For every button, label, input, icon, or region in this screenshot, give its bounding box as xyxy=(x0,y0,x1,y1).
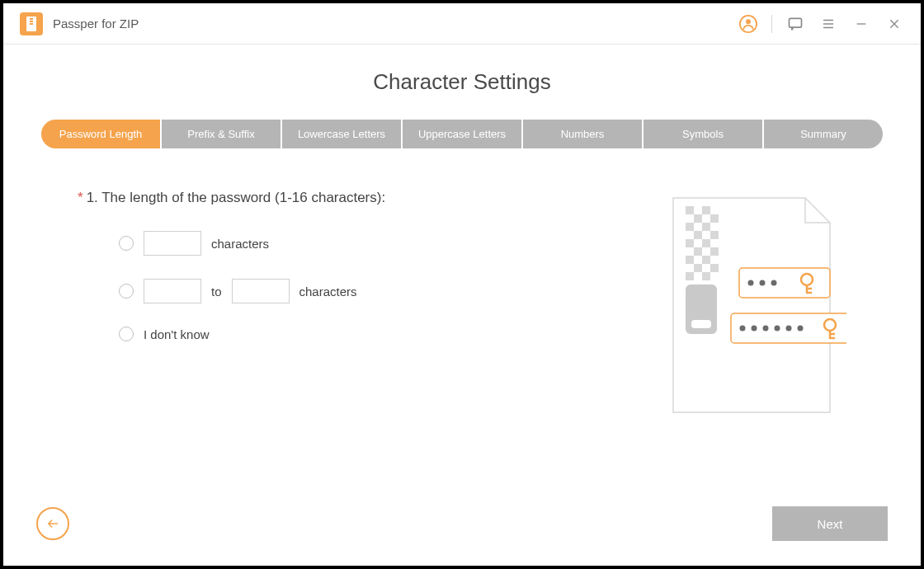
svg-rect-26 xyxy=(702,256,710,264)
svg-rect-24 xyxy=(710,247,719,256)
close-icon[interactable] xyxy=(884,14,904,34)
zip-icon xyxy=(25,16,38,31)
menu-icon[interactable] xyxy=(818,14,838,34)
minimize-icon[interactable] xyxy=(851,14,871,34)
label-range-to: to xyxy=(211,284,222,299)
svg-rect-21 xyxy=(686,239,694,247)
titlebar-controls xyxy=(738,14,904,34)
label-unknown: I don't know xyxy=(144,327,210,341)
radio-unknown[interactable] xyxy=(119,327,134,341)
option-unknown: I don't know xyxy=(119,327,648,341)
svg-rect-19 xyxy=(694,231,702,239)
svg-rect-3 xyxy=(30,23,33,25)
back-button[interactable] xyxy=(36,507,69,540)
svg-rect-23 xyxy=(694,247,702,256)
svg-point-43 xyxy=(752,326,757,332)
tab-symbols[interactable]: Symbols xyxy=(644,120,762,148)
form-column: *1. The length of the password (1-16 cha… xyxy=(78,190,648,424)
titlebar: Passper for ZIP xyxy=(3,3,921,45)
svg-rect-25 xyxy=(686,256,694,264)
svg-rect-16 xyxy=(710,214,719,223)
option-exact: characters xyxy=(119,231,648,256)
svg-rect-1 xyxy=(30,18,33,20)
svg-rect-17 xyxy=(686,223,694,231)
svg-rect-32 xyxy=(691,320,711,328)
arrow-left-icon xyxy=(45,516,60,531)
svg-point-46 xyxy=(786,326,792,332)
illustration xyxy=(665,190,846,424)
tab-summary[interactable]: Summary xyxy=(764,120,883,148)
question-label: 1. The length of the password (1-16 char… xyxy=(87,190,386,205)
svg-point-35 xyxy=(760,280,766,286)
svg-rect-27 xyxy=(694,264,702,272)
next-button[interactable]: Next xyxy=(772,506,888,541)
input-exact-length[interactable] xyxy=(144,231,201,256)
svg-rect-15 xyxy=(694,214,702,223)
user-icon[interactable] xyxy=(738,14,758,34)
app-window: Passper for ZIP Character Settings Passw… xyxy=(3,3,921,566)
separator xyxy=(771,15,772,33)
app-logo xyxy=(20,12,43,35)
content-area: Character Settings Password Length Prefi… xyxy=(3,45,921,566)
svg-rect-6 xyxy=(790,18,802,27)
svg-point-5 xyxy=(746,19,751,24)
svg-rect-20 xyxy=(710,231,719,239)
svg-point-44 xyxy=(763,326,769,332)
svg-point-34 xyxy=(748,280,754,286)
svg-point-47 xyxy=(798,326,804,332)
svg-rect-29 xyxy=(686,272,694,280)
svg-point-42 xyxy=(740,326,746,332)
svg-point-45 xyxy=(775,326,780,332)
svg-rect-18 xyxy=(702,223,710,231)
svg-rect-2 xyxy=(30,21,33,22)
main-row: *1. The length of the password (1-16 cha… xyxy=(36,190,888,424)
radio-exact[interactable] xyxy=(119,236,134,251)
svg-rect-30 xyxy=(702,272,710,280)
label-range-suffix: characters xyxy=(299,284,357,299)
tab-strip: Password Length Prefix & Suffix Lowercas… xyxy=(36,120,888,148)
tab-numbers[interactable]: Numbers xyxy=(523,120,642,148)
input-range-to[interactable] xyxy=(232,279,290,303)
label-exact-suffix: characters xyxy=(211,237,269,251)
feedback-icon[interactable] xyxy=(785,14,805,34)
svg-rect-28 xyxy=(710,264,719,272)
option-range: to characters xyxy=(119,279,648,303)
svg-rect-22 xyxy=(702,239,710,247)
footer: Next xyxy=(36,506,888,541)
page-title: Character Settings xyxy=(36,69,888,95)
radio-range[interactable] xyxy=(119,284,134,299)
question-text: *1. The length of the password (1-16 cha… xyxy=(78,190,648,206)
tab-lowercase[interactable]: Lowercase Letters xyxy=(282,120,401,148)
svg-point-36 xyxy=(771,280,777,286)
app-title: Passper for ZIP xyxy=(53,16,738,31)
svg-rect-14 xyxy=(702,206,710,214)
svg-rect-13 xyxy=(686,206,694,214)
tab-prefix-suffix[interactable]: Prefix & Suffix xyxy=(162,120,280,148)
tab-password-length[interactable]: Password Length xyxy=(41,120,160,148)
tab-uppercase[interactable]: Uppercase Letters xyxy=(403,120,521,148)
required-asterisk: * xyxy=(78,190,83,205)
input-range-from[interactable] xyxy=(144,279,201,303)
